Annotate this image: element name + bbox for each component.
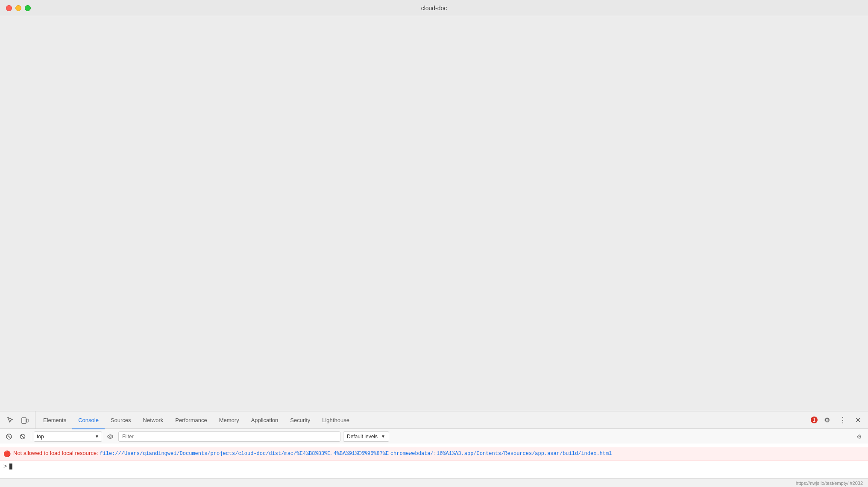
error-text-prefix: Not allowed to load local resource: xyxy=(13,450,98,456)
status-bar-text: https://nwjs.io/test/empty/ #2032 xyxy=(796,481,863,486)
preserve-log-button[interactable] xyxy=(17,431,28,442)
minimize-button[interactable] xyxy=(15,5,21,11)
console-error-row: 🔴 Not allowed to load local resource: fi… xyxy=(0,447,868,461)
titlebar: cloud-doc xyxy=(0,0,868,16)
svg-rect-1 xyxy=(26,419,28,422)
svg-point-7 xyxy=(109,436,111,437)
inspect-element-button[interactable] xyxy=(4,414,16,426)
error-link-2[interactable]: chromewebdata/:16%A1%A3.app/Contents/Res… xyxy=(390,451,612,457)
tab-console[interactable]: Console xyxy=(72,412,105,429)
tab-sources[interactable]: Sources xyxy=(105,412,137,429)
error-badge[interactable]: 1 xyxy=(811,417,818,423)
tab-network[interactable]: Network xyxy=(137,412,170,429)
clear-console-button[interactable] xyxy=(3,431,15,442)
console-settings-button[interactable]: ⚙ xyxy=(853,431,865,442)
console-input-row[interactable]: > xyxy=(0,461,868,472)
settings-button[interactable]: ⚙ xyxy=(821,414,833,426)
console-prompt: > xyxy=(3,463,7,470)
log-levels-button[interactable]: Default levels ▼ xyxy=(343,431,389,442)
device-toolbar-button[interactable] xyxy=(19,414,31,426)
tab-memory[interactable]: Memory xyxy=(213,412,245,429)
app-viewport xyxy=(0,16,868,411)
toolbar-divider-1 xyxy=(31,432,31,441)
window-title: cloud-doc xyxy=(421,5,447,12)
context-selector[interactable]: top ▼ xyxy=(34,431,102,442)
tab-application[interactable]: Application xyxy=(245,412,284,429)
console-content: 🔴 Not allowed to load local resource: fi… xyxy=(0,444,868,478)
error-row-icon: 🔴 xyxy=(3,449,11,458)
maximize-button[interactable] xyxy=(25,5,31,11)
filter-input[interactable] xyxy=(118,431,340,442)
error-count-circle: 1 xyxy=(811,417,818,423)
close-devtools-button[interactable]: ✕ xyxy=(852,414,864,426)
console-toolbar: top ▼ Default levels ▼ ⚙ xyxy=(0,429,868,444)
status-bar: https://nwjs.io/test/empty/ #2032 xyxy=(0,478,868,487)
close-button[interactable] xyxy=(6,5,12,11)
eye-button[interactable] xyxy=(105,431,116,442)
tab-security[interactable]: Security xyxy=(284,412,316,429)
devtools-left-icons xyxy=(0,411,35,428)
context-dropdown-icon: ▼ xyxy=(95,434,99,439)
svg-rect-0 xyxy=(22,418,26,423)
devtools-right-icons: 1 ⚙ ⋮ ✕ xyxy=(806,411,868,428)
devtools-panel: Elements Console Sources Network Perform… xyxy=(0,411,868,487)
svg-line-3 xyxy=(8,435,10,438)
more-options-button[interactable]: ⋮ xyxy=(836,414,848,426)
svg-point-6 xyxy=(108,435,113,438)
levels-dropdown-icon: ▼ xyxy=(381,434,385,439)
tab-lighthouse[interactable]: Lighthouse xyxy=(316,412,355,429)
traffic-lights xyxy=(6,5,31,11)
svg-line-5 xyxy=(21,435,24,438)
console-cursor xyxy=(9,464,12,469)
devtools-tab-bar: Elements Console Sources Network Perform… xyxy=(0,411,868,429)
error-link-1[interactable]: file:///Users/qiandingwei/Documents/proj… xyxy=(100,451,389,457)
tab-performance[interactable]: Performance xyxy=(169,412,213,429)
tab-elements[interactable]: Elements xyxy=(37,412,72,429)
